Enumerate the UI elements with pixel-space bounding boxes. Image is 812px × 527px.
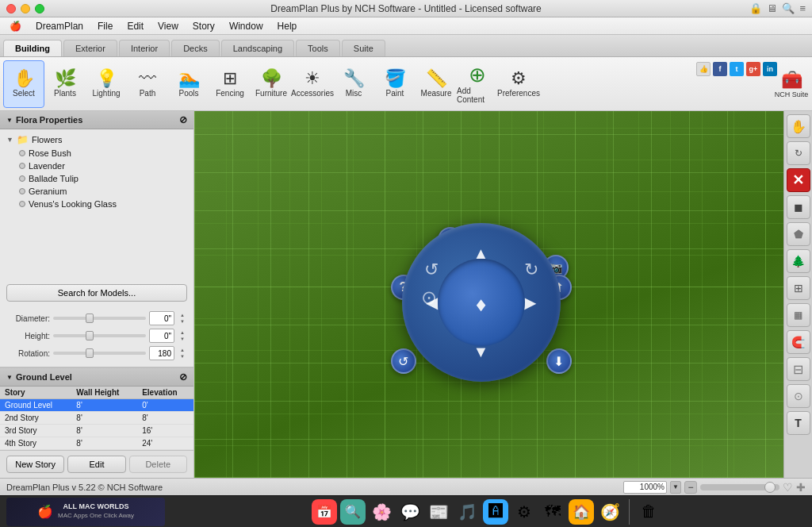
zoom-dropdown[interactable]: ▼ — [670, 481, 681, 494]
dock-messages[interactable]: 💬 — [397, 499, 423, 525]
toolbar-misc[interactable]: 🔧 Misc — [333, 60, 374, 108]
minimize-button[interactable] — [21, 4, 30, 13]
story-row-3rd[interactable]: 3rd Story 8' 16' — [0, 425, 193, 437]
panel-close-icon[interactable]: ⊘ — [179, 114, 187, 125]
rotation-slider-thumb[interactable] — [86, 348, 94, 358]
toolbar-add-content[interactable]: ⊕ Add Content — [457, 60, 498, 108]
menu-view[interactable]: View — [151, 19, 185, 33]
menu-edit[interactable]: Edit — [121, 19, 150, 33]
tab-building[interactable]: Building — [3, 40, 62, 56]
toolbar-plants[interactable]: 🌿 Plants — [44, 60, 86, 108]
toolbar-furniture[interactable]: 🌳 Furniture — [251, 60, 292, 108]
delete-story-button[interactable]: Delete — [129, 456, 187, 473]
plus-icon[interactable]: ✚ — [796, 481, 806, 494]
thumbs-up-icon[interactable]: 👍 — [696, 62, 710, 76]
diameter-slider-thumb[interactable] — [86, 314, 94, 323]
heart-icon[interactable]: ♡ — [783, 481, 793, 494]
dock-calendar[interactable]: 📅 — [312, 499, 337, 525]
toolbar-measure[interactable]: 📏 Measure — [416, 60, 457, 108]
move-down-button[interactable]: ⬇ — [546, 348, 572, 374]
menu-window[interactable]: Window — [223, 19, 270, 33]
rotation-slider[interactable] — [53, 352, 146, 355]
close-button[interactable] — [6, 4, 16, 13]
dock-finder[interactable]: 🔍 — [340, 499, 366, 525]
nch-suite-button[interactable]: 🧰 NCH Suite — [774, 70, 809, 98]
zoom-slider[interactable] — [700, 484, 779, 490]
twitter-icon[interactable]: t — [730, 62, 744, 76]
dock-maps[interactable]: 🗺 — [540, 499, 565, 525]
tree-view-button[interactable]: 🌲 — [787, 249, 810, 273]
terrain-button[interactable]: ⬟ — [787, 222, 810, 246]
toolbar-pools[interactable]: 🏊 Pools — [168, 60, 209, 108]
zoom-input[interactable]: 1000% — [623, 481, 667, 494]
search-models-button[interactable]: Search for Models... — [6, 284, 187, 302]
ground-panel-close-icon[interactable]: ⊘ — [179, 371, 187, 383]
toolbar-lighting[interactable]: 💡 Lighting — [86, 60, 127, 108]
hand-tool-button[interactable]: ✋ — [787, 114, 810, 138]
text-tool-button[interactable]: T — [787, 411, 810, 435]
toolbar-path[interactable]: 〰 Path — [127, 60, 168, 108]
facebook-icon[interactable]: f — [713, 62, 727, 76]
tab-landscaping[interactable]: Landscaping — [221, 40, 294, 56]
story-row-4th[interactable]: 4th Story 8' 24' — [0, 437, 193, 450]
globe-button[interactable]: ⊙ — [787, 384, 810, 408]
toolbar-accessories[interactable]: ☀ Accessories — [292, 60, 333, 108]
dock-home[interactable]: 🏠 — [569, 499, 594, 525]
dock-photos[interactable]: 🌸 — [369, 499, 394, 525]
magnet-button[interactable]: 🧲 — [787, 330, 810, 354]
google-icon[interactable]: g+ — [746, 62, 760, 76]
tree-item-geranium[interactable]: Geranium — [0, 185, 193, 198]
delete-button[interactable]: ✕ — [787, 168, 810, 192]
diameter-slider[interactable] — [53, 317, 146, 320]
dock-trash[interactable]: 🗑 — [636, 499, 661, 525]
flora-panel-header[interactable]: ▼ Flora Properties ⊘ — [0, 111, 193, 129]
dock-appstore[interactable]: 🅰 — [483, 499, 508, 525]
wheel-rotate-cw[interactable]: ↺ — [424, 260, 439, 280]
wheel-rotate-ccw[interactable]: ↻ — [524, 260, 538, 280]
dock-news[interactable]: 📰 — [426, 499, 451, 525]
menu-help[interactable]: Help — [271, 19, 304, 33]
height-slider-thumb[interactable] — [86, 331, 94, 340]
table-view-button[interactable]: ▦ — [787, 303, 810, 327]
menu-dreamplan[interactable]: 🍎 — [3, 19, 28, 33]
floor-view-button[interactable]: ◼ — [787, 195, 810, 219]
menu-icon[interactable]: ≡ — [799, 2, 806, 14]
story-row-ground[interactable]: Ground Level 8' 0' — [0, 399, 193, 412]
zoom-out-button[interactable]: − — [684, 481, 697, 494]
2d-grid-button[interactable]: ⊞ — [787, 276, 810, 300]
story-row-2nd[interactable]: 2nd Story 8' 8' — [0, 412, 193, 425]
toolbar-preferences[interactable]: ⚙ Preferences — [498, 60, 539, 108]
dock-safari[interactable]: 🧭 — [597, 499, 622, 525]
edit-story-button[interactable]: Edit — [67, 456, 125, 473]
dock-settings[interactable]: ⚙ — [511, 499, 537, 525]
canvas-area[interactable]: − + 📷 ? ⬆ ↺ ⬇ ▲ ▼ ◀ ▶ ↺ ↻ — [194, 111, 783, 478]
layers-button[interactable]: ⊟ — [787, 357, 810, 381]
zoom-slider-thumb[interactable] — [764, 482, 776, 493]
height-slider[interactable] — [53, 334, 146, 337]
tab-decks[interactable]: Decks — [171, 40, 220, 56]
tab-suite[interactable]: Suite — [342, 40, 385, 56]
menu-story[interactable]: Story — [186, 19, 221, 33]
search-icon[interactable]: 🔍 — [782, 2, 795, 14]
rotate-outer-left-button[interactable]: ↺ — [391, 348, 416, 374]
maximize-button[interactable] — [35, 4, 44, 13]
ground-panel-header[interactable]: ▼ Ground Level ⊘ — [0, 368, 193, 387]
tree-item-ballade-tulip[interactable]: Ballade Tulip — [0, 172, 193, 185]
tree-item-venus[interactable]: Venus's Looking Glass — [0, 198, 193, 210]
toolbar-paint[interactable]: 🪣 Paint — [374, 60, 416, 108]
new-story-button[interactable]: New Story — [6, 456, 64, 473]
tab-tools[interactable]: Tools — [296, 40, 340, 56]
toolbar-select[interactable]: ✋ Select — [3, 60, 44, 108]
dock-music[interactable]: 🎵 — [454, 499, 480, 525]
tree-item-lavender[interactable]: Lavender — [0, 160, 193, 172]
wheel-outer[interactable]: ▲ ▼ ◀ ▶ ↺ ↻ ⬧ ⊙ — [402, 223, 561, 382]
toolbar-fencing[interactable]: ⊞ Fencing — [209, 60, 251, 108]
wheel-inner[interactable]: ⬧ — [438, 259, 525, 346]
tree-group-flowers[interactable]: ▼ 📁 Flowers Rose Bush Lavender Ballade T… — [0, 133, 193, 210]
tab-exterior[interactable]: Exterior — [63, 40, 117, 56]
tab-interior[interactable]: Interior — [119, 40, 170, 56]
menu-file[interactable]: File — [91, 19, 119, 33]
menu-dreamplan-text[interactable]: DreamPlan — [29, 19, 90, 33]
tree-item-rose-bush[interactable]: Rose Bush — [0, 147, 193, 160]
rotate-3d-button[interactable]: ↻ — [787, 141, 810, 165]
